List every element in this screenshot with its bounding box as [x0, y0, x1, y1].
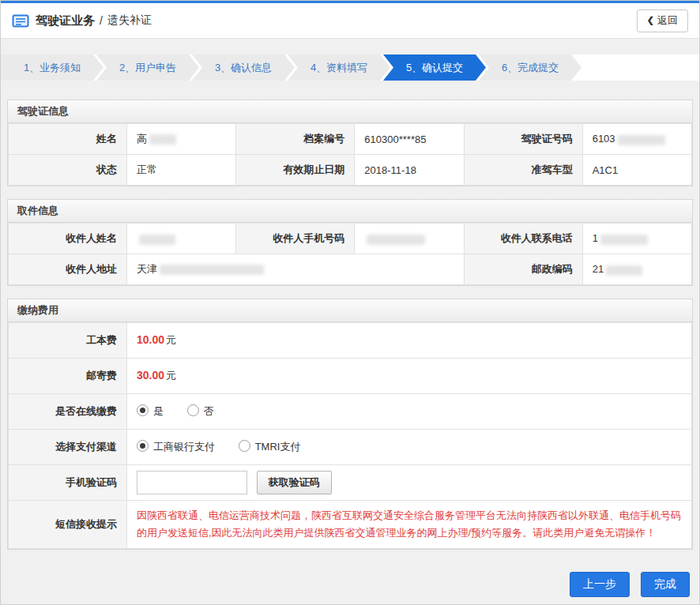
sms-notice-value: 因陕西省联通、电信运营商技术问题，陕西省互联网交通安全综合服务管理平台无法向持陕…: [127, 501, 692, 549]
recipient-mobile-value: [355, 224, 464, 254]
license-info-section: 驾驶证信息 姓名 高 档案编号 610300****85 驾驶证号码 6103 …: [7, 100, 693, 186]
table-row: 工本费 10.00元: [9, 323, 692, 359]
get-captcha-button[interactable]: 获取验证码: [257, 471, 332, 494]
payment-fees-title: 缴纳费用: [8, 299, 692, 322]
pickup-info-title: 取件信息: [8, 200, 692, 223]
sms-captcha-label: 手机验证码: [9, 465, 127, 501]
back-button[interactable]: ❮ 返回: [637, 9, 688, 32]
recipient-address-value: 天津: [127, 254, 465, 285]
radio-checked-icon: [137, 404, 149, 416]
postal-code-label: 邮政编码: [464, 254, 582, 285]
table-row: 邮寄费 30.00元: [9, 359, 692, 394]
postage-unit: 元: [166, 370, 176, 381]
radio-label: 是: [153, 405, 164, 417]
step-4-fill-data[interactable]: 4、资料填写: [288, 54, 390, 81]
license-card-icon: [12, 14, 29, 28]
table-row: 手机验证码 获取验证码: [9, 465, 692, 501]
table-row: 短信接收提示 因陕西省联通、电信运营商技术问题，陕西省互联网交通安全综合服务管理…: [9, 501, 692, 549]
page-title: 驾驶证业务: [36, 13, 95, 28]
status-label: 状态: [9, 155, 127, 186]
pickup-info-table: 收件人姓名 收件人手机号码 收件人联系电话 1 收件人地址 天津 邮政编码 21: [8, 223, 692, 285]
redacted-blur: [367, 235, 425, 245]
finish-button[interactable]: 完成: [641, 572, 690, 597]
payment-fees-table: 工本费 10.00元 邮寄费 30.00元 是否在线缴费 是 否: [8, 322, 692, 549]
back-button-label: 返回: [657, 13, 678, 28]
recipient-phone-value: 1: [582, 224, 691, 254]
vehicle-class-value: A1C1: [582, 155, 691, 186]
status-value: 正常: [127, 155, 236, 186]
production-cost-value: 10.00元: [127, 323, 692, 359]
expiry-date-label: 有效期止日期: [236, 155, 355, 186]
sms-captcha-field: 获取验证码: [127, 465, 692, 501]
table-row: 选择支付渠道 工商银行支付 TMRI支付: [9, 430, 692, 465]
cost-unit: 元: [166, 334, 176, 346]
back-chevron-icon: ❮: [647, 15, 654, 25]
radio-online-no[interactable]: 否: [187, 404, 214, 419]
lost-license-replacement-page: 驾驶证业务 / 遗失补证 ❮ 返回 1、业务须知 2、用户申告 3、确认信息 4…: [0, 0, 700, 605]
step-6-complete-submit[interactable]: 6、完成提交: [479, 54, 581, 81]
recipient-mobile-label: 收件人手机号码: [236, 224, 355, 254]
license-number-label: 驾驶证号码: [464, 124, 582, 155]
table-row: 是否在线缴费 是 否: [9, 394, 692, 430]
vehicle-class-label: 准驾车型: [464, 155, 582, 186]
postal-code-value: 21: [582, 254, 691, 285]
radio-label: 工商银行支付: [153, 441, 215, 453]
redacted-blur: [149, 134, 176, 145]
pickup-info-section: 取件信息 收件人姓名 收件人手机号码 收件人联系电话 1 收件人地址 天津 邮政…: [7, 199, 693, 286]
license-number-value: 6103: [582, 124, 691, 155]
payment-fees-section: 缴纳费用 工本费 10.00元 邮寄费 30.00元 是否在线缴费 是: [7, 299, 693, 550]
expiry-date-value: 2018-11-18: [355, 155, 464, 186]
radio-label: TMRI支付: [255, 441, 301, 453]
recipient-address-label: 收件人地址: [9, 254, 127, 285]
recipient-phone-label: 收件人联系电话: [464, 224, 582, 254]
redacted-blur: [618, 135, 665, 145]
step-5-confirm-submit-active[interactable]: 5、确认提交: [383, 54, 486, 81]
table-row: 收件人姓名 收件人手机号码 收件人联系电话 1: [9, 224, 692, 254]
radio-label: 否: [204, 405, 214, 417]
production-cost-label: 工本费: [9, 323, 127, 359]
name-value: 高: [127, 124, 236, 155]
radio-online-yes[interactable]: 是: [137, 404, 164, 419]
step-navigation: 1、业务须知 2、用户申告 3、确认信息 4、资料填写 5、确认提交 6、完成提…: [1, 54, 699, 81]
postage-fee-label: 邮寄费: [9, 359, 127, 394]
postage-amount: 30.00: [137, 369, 164, 381]
redacted-blur: [600, 235, 648, 245]
page-header: 驾驶证业务 / 遗失补证 ❮ 返回: [1, 3, 699, 39]
sms-notice-label: 短信接收提示: [9, 501, 127, 549]
radio-unchecked-icon: [187, 404, 199, 416]
payment-channel-options: 工商银行支付 TMRI支付: [127, 430, 692, 465]
payment-channel-label: 选择支付渠道: [9, 430, 127, 465]
step-1-business-notice[interactable]: 1、业务须知: [1, 54, 103, 81]
step-2-user-declaration[interactable]: 2、用户申告: [96, 54, 199, 81]
online-payment-options: 是 否: [127, 394, 692, 430]
radio-channel-icbc[interactable]: 工商银行支付: [137, 440, 215, 454]
name-label: 姓名: [9, 124, 127, 155]
online-payment-label: 是否在线缴费: [9, 394, 127, 430]
step-3-confirm-info[interactable]: 3、确认信息: [192, 54, 295, 81]
cost-amount: 10.00: [137, 333, 164, 346]
postage-fee-value: 30.00元: [127, 359, 692, 394]
recipient-name-value: [127, 224, 236, 254]
file-number-label: 档案编号: [236, 124, 355, 155]
table-row: 收件人地址 天津 邮政编码 21: [9, 254, 692, 285]
redacted-blur: [139, 235, 175, 245]
breadcrumb-separator: /: [100, 14, 103, 27]
license-info-title: 驾驶证信息: [8, 100, 692, 123]
table-row: 姓名 高 档案编号 610300****85 驾驶证号码 6103: [9, 124, 692, 155]
radio-unchecked-icon: [239, 440, 250, 452]
radio-checked-icon: [137, 440, 149, 452]
redacted-blur: [606, 265, 642, 276]
license-info-table: 姓名 高 档案编号 610300****85 驾驶证号码 6103 状态 正常 …: [8, 123, 692, 186]
radio-channel-tmri[interactable]: TMRI支付: [239, 440, 301, 454]
recipient-name-label: 收件人姓名: [9, 224, 127, 254]
sms-warning-text: 因陕西省联通、电信运营商技术问题，陕西省互联网交通安全综合服务管理平台无法向持陕…: [137, 507, 682, 542]
redacted-blur: [160, 265, 264, 275]
table-row: 状态 正常 有效期止日期 2018-11-18 准驾车型 A1C1: [9, 155, 692, 186]
previous-step-button[interactable]: 上一步: [570, 572, 630, 597]
file-number-value: 610300****85: [355, 124, 464, 155]
breadcrumb-current: 遗失补证: [107, 13, 152, 28]
captcha-input[interactable]: [137, 471, 247, 494]
footer-actions: 上一步 完成: [10, 572, 690, 597]
